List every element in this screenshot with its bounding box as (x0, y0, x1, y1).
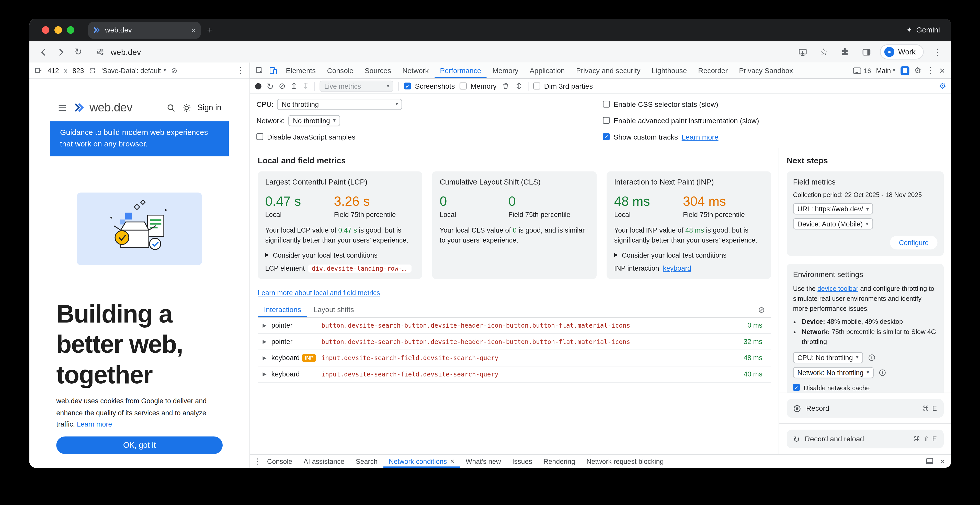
tab-layout-shifts[interactable]: Layout shifts (307, 303, 360, 317)
theme-toggle-icon[interactable] (182, 103, 191, 112)
device-toolbar-link[interactable]: device toolbar (818, 284, 858, 292)
drawer-tab-network-conditions[interactable]: Network conditions × (383, 455, 460, 468)
issues-counter[interactable]: 16 (853, 67, 871, 74)
cookie-ok-button[interactable]: OK, got it (56, 437, 223, 454)
drawer-menu-icon[interactable]: ⋮ (254, 457, 261, 465)
tab-interactions[interactable]: Interactions (258, 303, 307, 317)
reload-button[interactable]: ↻ (70, 44, 86, 60)
css-selector-stats-checkbox[interactable] (603, 101, 610, 108)
upload-profile-icon[interactable]: ↥ (291, 82, 298, 90)
tab-privacy-sandbox[interactable]: Privacy Sandbox (733, 63, 799, 78)
tab-application[interactable]: Application (524, 63, 571, 78)
tab-memory[interactable]: Memory (487, 63, 524, 78)
profile-button[interactable]: ● Work (880, 44, 924, 60)
back-button[interactable] (35, 44, 51, 60)
disable-cache-checkbox[interactable] (793, 384, 800, 391)
paint-instrumentation-checkbox[interactable] (603, 117, 610, 124)
forward-button[interactable] (53, 44, 68, 60)
new-tab-button[interactable]: + (207, 24, 213, 35)
drawer-tab-rendering[interactable]: Rendering (538, 455, 581, 468)
network-info-icon[interactable] (878, 368, 886, 376)
site-logo[interactable]: web.dev (73, 101, 132, 114)
drawer-tab-network-request-blocking[interactable]: Network request blocking (581, 455, 669, 468)
record-and-reload-button[interactable]: ↻ Record and reload ⌘ ⇧ E (787, 430, 944, 448)
record-and-reload-icon[interactable]: ↻ (266, 81, 274, 90)
rotate-viewport-icon[interactable] (89, 67, 96, 74)
devtools-menu-icon[interactable]: ⋮ (926, 66, 934, 75)
collect-garbage-icon[interactable] (501, 82, 510, 90)
inp-test-conditions-expander[interactable]: ▶ Consider your local test conditions (614, 251, 764, 259)
promo-banner[interactable]: Guidance to build modern web experiences… (50, 121, 229, 156)
capture-settings-gear-icon[interactable]: ⚙ (939, 82, 946, 90)
browser-menu-icon[interactable]: ⋮ (930, 44, 945, 60)
metrics-learn-more-link[interactable]: Learn more about local and field metrics (258, 289, 380, 296)
interaction-row[interactable]: ▶ pointer button.devsite-search-button.d… (258, 334, 771, 350)
close-drawer-icon[interactable]: × (940, 457, 945, 465)
clear-icon[interactable]: ⊘ (279, 82, 286, 90)
tab-lighthouse[interactable]: Lighthouse (646, 63, 693, 78)
env-cpu-select[interactable]: CPU: No throttling ▾ (793, 352, 863, 363)
tab-performance[interactable]: Performance (434, 63, 487, 78)
drawer-tab-issues[interactable]: Issues (507, 455, 538, 468)
main-context-select[interactable]: Main ▾ (876, 67, 896, 74)
devtools-close-icon[interactable]: × (940, 66, 945, 75)
custom-tracks-checkbox[interactable] (603, 133, 610, 140)
field-device-select[interactable]: Device: Auto (Mobile) ▾ (793, 218, 873, 230)
interaction-row[interactable]: ▶ keyboardINP input.devsite-search-field… (258, 350, 771, 367)
site-info-icon[interactable] (94, 44, 105, 60)
devtools-settings-gear-icon[interactable]: ⚙ (914, 66, 921, 75)
cpu-throttle-select[interactable]: No throttling ▾ (277, 98, 402, 110)
tab-privacy-security[interactable]: Privacy and security (571, 63, 646, 78)
env-network-select[interactable]: Network: No throttling ▾ (793, 367, 873, 378)
expand-row-icon[interactable]: ▶ (261, 339, 267, 345)
record-icon[interactable] (255, 83, 261, 89)
drawer-tab-ai-assistance[interactable]: AI assistance (298, 455, 350, 468)
network-conditions-icon[interactable] (515, 82, 523, 90)
field-url-select[interactable]: URL: https://web.dev/ ▾ (793, 203, 873, 214)
device-width-input[interactable]: 412 (48, 67, 59, 74)
extensions-icon[interactable] (838, 44, 853, 60)
device-height-input[interactable]: 823 (72, 67, 84, 74)
bookmark-star-icon[interactable]: ☆ (816, 44, 831, 60)
expand-row-icon[interactable]: ▶ (261, 372, 267, 377)
throttling-off-icon[interactable]: ⊘ (171, 67, 177, 74)
address-bar[interactable]: web.dev (94, 44, 792, 60)
drawer-tab-search[interactable]: Search (350, 455, 383, 468)
cookie-learn-more-link[interactable]: Learn more (77, 421, 112, 428)
hamburger-menu-icon[interactable] (57, 103, 67, 112)
toggle-device-toolbar-icon[interactable] (266, 63, 280, 78)
minimize-window-button[interactable] (54, 26, 62, 34)
disable-js-samples-checkbox[interactable] (256, 133, 263, 140)
tab-recorder[interactable]: Recorder (692, 63, 733, 78)
browser-tab[interactable]: web.dev × (88, 21, 200, 38)
close-drawer-tab-icon[interactable]: × (450, 457, 455, 465)
device-toolbar-menu-icon[interactable]: ⋮ (236, 66, 245, 75)
dock-drawer-icon[interactable] (926, 457, 934, 465)
clear-interactions-icon[interactable]: ⊘ (758, 306, 765, 314)
screenshots-checkbox[interactable] (404, 83, 411, 89)
device-frame-icon[interactable] (900, 66, 909, 75)
side-panel-icon[interactable] (859, 44, 874, 60)
device-dimensions-menu-icon[interactable] (35, 66, 43, 75)
site-search-icon[interactable] (166, 103, 176, 112)
cpu-info-icon[interactable] (868, 354, 875, 361)
drawer-tab-whats-new[interactable]: What's new (460, 455, 507, 468)
network-throttle-select[interactable]: No throttling ▾ (289, 115, 340, 126)
install-icon[interactable] (795, 44, 810, 60)
gemini-button[interactable]: ✦ Gemini (906, 25, 951, 34)
tab-close-icon[interactable]: × (191, 25, 196, 35)
configure-button[interactable]: Configure (890, 236, 937, 249)
tab-console[interactable]: Console (321, 63, 359, 78)
sign-in-link[interactable]: Sign in (197, 103, 222, 112)
inspect-element-icon[interactable] (253, 63, 266, 78)
tab-network[interactable]: Network (397, 63, 434, 78)
interaction-row[interactable]: ▶ keyboard input.devsite-search-field.de… (258, 367, 771, 383)
tab-elements[interactable]: Elements (280, 63, 321, 78)
expand-row-icon[interactable]: ▶ (261, 322, 267, 328)
interaction-row[interactable]: ▶ pointer button.devsite-search-button.d… (258, 318, 771, 334)
zoom-window-button[interactable] (67, 26, 75, 34)
lcp-element-link[interactable]: div.devsite-landing-row-item-d… (309, 265, 412, 273)
save-data-select[interactable]: 'Save-Data': default ▾ (102, 67, 166, 74)
tab-sources[interactable]: Sources (359, 63, 397, 78)
drawer-tab-console[interactable]: Console (261, 455, 298, 468)
